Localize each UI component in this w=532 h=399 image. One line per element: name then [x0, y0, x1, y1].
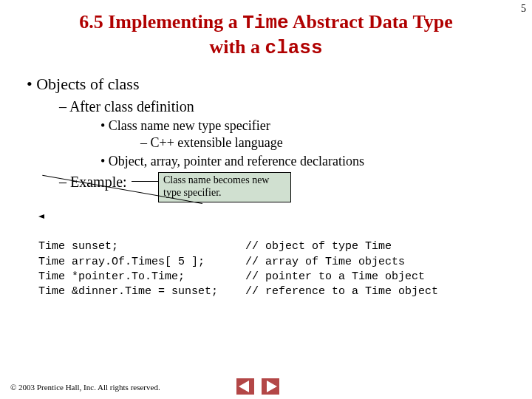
- bullet-l2a: After class definition: [59, 98, 532, 115]
- page-number: 5: [521, 3, 526, 15]
- copyright-footer: © 2003 Prentice Hall, Inc. All rights re…: [10, 383, 160, 392]
- nav-controls: [236, 378, 279, 395]
- title-line1-pre: 6.5 Implementing a: [79, 11, 242, 33]
- code-comment-3: // reference to a Time object: [245, 285, 438, 298]
- slide-body: Objects of class After class definition …: [0, 75, 532, 315]
- bullet-l3b: Object, array, pointer and reference dec…: [100, 154, 532, 169]
- bullet-l2b: Example:: [59, 174, 532, 191]
- title-line1-post: Abstract Data Type: [289, 11, 453, 33]
- bullet-l1: Objects of class: [27, 75, 532, 94]
- callout-arrowhead-icon: [38, 214, 44, 219]
- prev-slide-button[interactable]: [236, 378, 254, 395]
- next-slide-button[interactable]: [262, 378, 279, 395]
- slide-title: 6.5 Implementing a Time Abstract Data Ty…: [0, 10, 532, 60]
- callout-connector-icon: [132, 181, 158, 182]
- code-decl-2: Time *pointer.To.Time;: [38, 270, 245, 284]
- code-decl-1: Time array.Of.Times[ 5 ];: [38, 255, 245, 270]
- callout-box: Class name becomes new type specifier.: [158, 172, 291, 202]
- code-comment-0: // object of type Time: [245, 240, 392, 253]
- callout-line2: type specifier.: [163, 187, 222, 198]
- code-comment-2: // pointer to a Time object: [245, 270, 425, 283]
- code-decl-0: Time sunset;: [38, 239, 245, 254]
- bullet-l4a: C++ extensible language: [140, 135, 532, 151]
- code-decl-3: Time &dinner.Time = sunset;: [38, 284, 245, 299]
- code-comment-1: // array of Time objects: [245, 256, 405, 268]
- callout-line1: Class name becomes new: [163, 174, 269, 185]
- code-block: Time sunset;// object of type Time Time …: [38, 225, 532, 315]
- title-line2-pre: with a: [209, 36, 265, 58]
- bullet-l3a: Class name new type specifier: [100, 118, 532, 134]
- title-line1-mono: Time: [242, 12, 288, 34]
- title-line2-mono: class: [265, 37, 323, 59]
